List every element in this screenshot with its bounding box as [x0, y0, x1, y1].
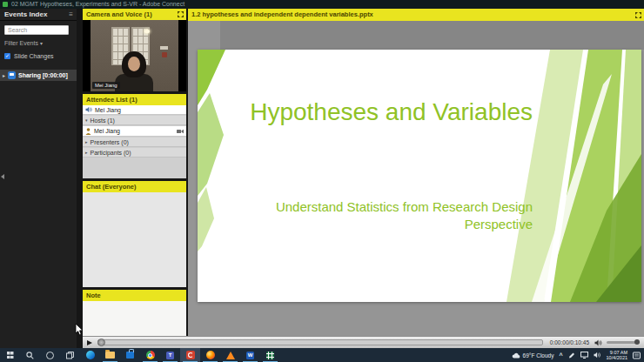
panel-collapse-arrow-icon[interactable]	[1, 174, 4, 179]
taskbar-clock[interactable]: 9:07 AM 10/4/2021	[607, 350, 627, 361]
file-explorer-icon	[105, 352, 115, 359]
chat-pod-title: Chat (Everyone)	[86, 183, 137, 191]
share-pod-header: 1.2 hypotheses and independent dependent…	[188, 9, 644, 21]
excel-icon	[266, 352, 274, 359]
sharing-event-row[interactable]: ▸ Sharing [0:00:00]	[0, 70, 77, 81]
volume-slider[interactable]	[607, 341, 640, 344]
camera-pod: Camera and Voice (1) Mei Jiang	[83, 9, 186, 91]
weather-text: 69°F Cloudy	[523, 352, 554, 359]
fullscreen-icon[interactable]	[635, 12, 641, 18]
chrome-icon	[146, 351, 155, 359]
events-index-panel: Events Index ≡ Filter Events▾ ✓ Slide Ch…	[0, 9, 77, 348]
teams-icon: T	[166, 352, 174, 359]
taskbar-app-word[interactable]: W	[240, 348, 260, 362]
seek-handle[interactable]	[97, 339, 105, 346]
notifications-icon	[633, 352, 641, 359]
tray-display-button[interactable]	[580, 352, 588, 359]
tray-volume-button[interactable]	[594, 352, 601, 359]
cloud-icon	[512, 352, 520, 359]
speaker-icon	[85, 106, 92, 113]
taskbar-app-firefox[interactable]	[200, 348, 220, 362]
expander-icon[interactable]: ▸	[3, 72, 5, 78]
window-titlebar: 02 MGMT Hypotheses, Experiments and S-VR…	[0, 0, 644, 9]
start-button[interactable]	[0, 348, 20, 362]
taskbar-search-button[interactable]	[20, 348, 40, 362]
tray-date: 10/4/2021	[607, 355, 627, 360]
slide-subtitle: Understand Statistics from Research Desi…	[219, 198, 533, 233]
firefox-icon	[206, 351, 215, 359]
task-view-button[interactable]	[60, 348, 80, 362]
taskbar-app-teams[interactable]: T	[160, 348, 180, 362]
attendee-name: Mei Jiang	[94, 128, 120, 134]
checkbox-checked-icon[interactable]: ✓	[4, 53, 10, 59]
active-speaker-name: Mei Jiang	[95, 107, 121, 113]
monitor-icon	[580, 352, 588, 359]
tray-time: 9:07 AM	[610, 350, 627, 355]
slide-title: Hypotheses and Variables	[245, 97, 533, 126]
collapsed-icon: ▸	[85, 150, 88, 155]
seek-track[interactable]	[97, 339, 543, 345]
taskbar-app-store[interactable]	[120, 348, 140, 362]
camera-pod-title: Camera and Voice (1)	[86, 10, 152, 18]
taskbar-app-chrome[interactable]	[140, 348, 160, 362]
events-search-input[interactable]	[4, 25, 69, 35]
host-person-icon	[85, 128, 91, 135]
collapsed-icon: ▸	[85, 139, 88, 144]
share-pod-title: 1.2 hypotheses and independent dependent…	[191, 10, 373, 18]
tray-pen-button[interactable]	[568, 352, 575, 359]
group-participants[interactable]: ▸ Participants (0)	[83, 148, 186, 158]
share-pod: 1.2 hypotheses and independent dependent…	[188, 9, 644, 336]
group-presenters[interactable]: ▸ Presenters (0)	[83, 137, 186, 147]
word-icon: W	[246, 352, 254, 359]
slide-decoration	[198, 50, 641, 302]
taskbar-app-adobe-connect[interactable]	[180, 348, 200, 362]
app-icon	[3, 2, 8, 7]
volume-handle[interactable]	[634, 339, 640, 345]
edge-icon	[86, 351, 95, 359]
tray-overflow-button[interactable]: ^	[559, 352, 562, 359]
weather-widget[interactable]: 69°F Cloudy	[512, 352, 554, 359]
camera-status-icon	[177, 129, 184, 134]
share-background-strip	[220, 21, 644, 50]
attendee-pod-title: Attendee List (1)	[86, 96, 138, 104]
speaker-icon	[594, 352, 601, 359]
action-center-button[interactable]	[633, 352, 641, 359]
slide-changes-label: Slide Changes	[14, 53, 54, 59]
attendee-row[interactable]: Mei Jiang	[83, 126, 186, 137]
events-index-title: Events Index	[4, 10, 47, 18]
chat-pod: Chat (Everyone)	[83, 181, 186, 287]
caret-up-icon: ^	[559, 352, 562, 359]
taskbar-app-edge[interactable]	[80, 348, 100, 362]
mouse-cursor	[75, 324, 84, 336]
speaker-icon[interactable]	[594, 339, 602, 346]
play-button[interactable]	[87, 340, 92, 345]
group-hosts[interactable]: ▾ Hosts (1)	[83, 116, 186, 125]
adobe-connect-window: 02 MGMT Hypotheses, Experiments and S-VR…	[0, 0, 644, 362]
expanded-icon: ▾	[85, 117, 88, 123]
vlc-icon	[226, 352, 235, 359]
active-speaker-row[interactable]: Mei Jiang	[83, 105, 186, 115]
taskbar-app-file-explorer[interactable]	[100, 348, 120, 362]
video-name-tag: Mei Jiang	[92, 82, 120, 89]
webcam-video: Mei Jiang	[91, 20, 178, 91]
taskbar-app-excel[interactable]	[260, 348, 280, 362]
filter-events-dropdown[interactable]: Filter Events▾	[4, 40, 72, 46]
system-tray: 69°F Cloudy ^ 9:07 AM 10/4/2021	[512, 348, 644, 362]
adobe-connect-icon	[186, 351, 195, 359]
microsoft-store-icon	[126, 352, 134, 359]
background-light	[144, 30, 150, 33]
search-icon	[26, 352, 34, 359]
presentation-slide: Hypotheses and Variables Understand Stat…	[198, 50, 641, 302]
fullscreen-icon[interactable]	[178, 11, 184, 17]
sharing-icon	[8, 71, 16, 79]
note-pod: Note	[83, 290, 186, 336]
pen-icon	[568, 352, 575, 359]
cortana-button[interactable]	[40, 348, 60, 362]
panel-menu-icon[interactable]: ≡	[69, 9, 73, 20]
recording-playback-bar: 0:00:00/0:10:45	[83, 336, 644, 348]
slide-changes-option[interactable]: ✓ Slide Changes	[4, 53, 72, 59]
caret-down-icon: ▾	[40, 40, 43, 46]
chat-pod-header: Chat (Everyone)	[83, 181, 186, 192]
task-view-icon	[66, 352, 74, 359]
taskbar-app-vlc[interactable]	[220, 348, 240, 362]
